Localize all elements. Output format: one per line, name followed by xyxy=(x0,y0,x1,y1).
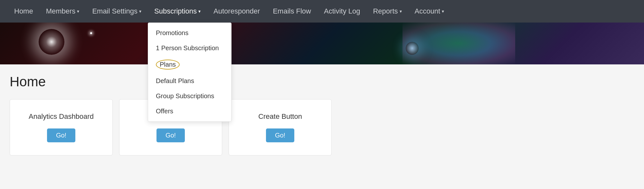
card-analytics-button[interactable]: Go! xyxy=(47,128,75,142)
hero-banner xyxy=(0,23,644,64)
nav-item-reports[interactable]: Reports ▾ xyxy=(366,0,408,23)
cards-row: Analytics Dashboard Go! ate Promotion Go… xyxy=(10,99,634,156)
account-caret-icon: ▾ xyxy=(442,9,444,14)
nebula-decoration xyxy=(402,23,515,64)
card-analytics: Analytics Dashboard Go! xyxy=(10,99,113,156)
dropdown-item-offers[interactable]: Offers xyxy=(148,104,231,119)
card-create-promotion-button[interactable]: Go! xyxy=(156,128,185,142)
dropdown-item-1person[interactable]: 1 Person Subscription xyxy=(148,41,231,56)
card-create-button: Create Button Go! xyxy=(229,99,332,156)
dropdown-item-promotions[interactable]: Promotions xyxy=(148,25,231,41)
dropdown-item-group-subscriptions[interactable]: Group Subscriptions xyxy=(148,89,231,104)
dropdown-item-plans[interactable]: Plans xyxy=(148,56,231,73)
nav-item-members[interactable]: Members ▾ xyxy=(40,0,86,23)
reports-caret-icon: ▾ xyxy=(400,9,402,14)
star-icon xyxy=(90,32,92,34)
main-nav: Home Members ▾ Email Settings ▾ Subscrip… xyxy=(0,0,644,23)
nav-item-emails-flow[interactable]: Emails Flow xyxy=(266,0,317,23)
nav-item-account[interactable]: Account ▾ xyxy=(408,0,451,23)
plans-highlight: Plans xyxy=(156,60,180,70)
nav-item-autoresponder[interactable]: Autoresponder xyxy=(207,0,266,23)
subscriptions-caret-icon: ▾ xyxy=(198,9,201,14)
card-create-button-button[interactable]: Go! xyxy=(266,128,294,142)
dropdown-item-default-plans[interactable]: Default Plans xyxy=(148,73,231,89)
nav-item-home[interactable]: Home xyxy=(8,0,40,23)
page-title: Home xyxy=(10,74,634,90)
main-content: Home Analytics Dashboard Go! ate Promoti… xyxy=(0,64,644,189)
subscriptions-dropdown: Promotions 1 Person Subscription Plans D… xyxy=(148,23,232,122)
nav-item-email-settings[interactable]: Email Settings ▾ xyxy=(86,0,148,23)
card-create-button-title: Create Button xyxy=(258,112,302,121)
email-settings-caret-icon: ▾ xyxy=(139,9,141,14)
nav-item-activity-log[interactable]: Activity Log xyxy=(317,0,367,23)
nav-item-subscriptions[interactable]: Subscriptions ▾ Promotions 1 Person Subs… xyxy=(148,0,207,23)
card-analytics-title: Analytics Dashboard xyxy=(29,112,94,121)
members-caret-icon: ▾ xyxy=(77,9,79,14)
